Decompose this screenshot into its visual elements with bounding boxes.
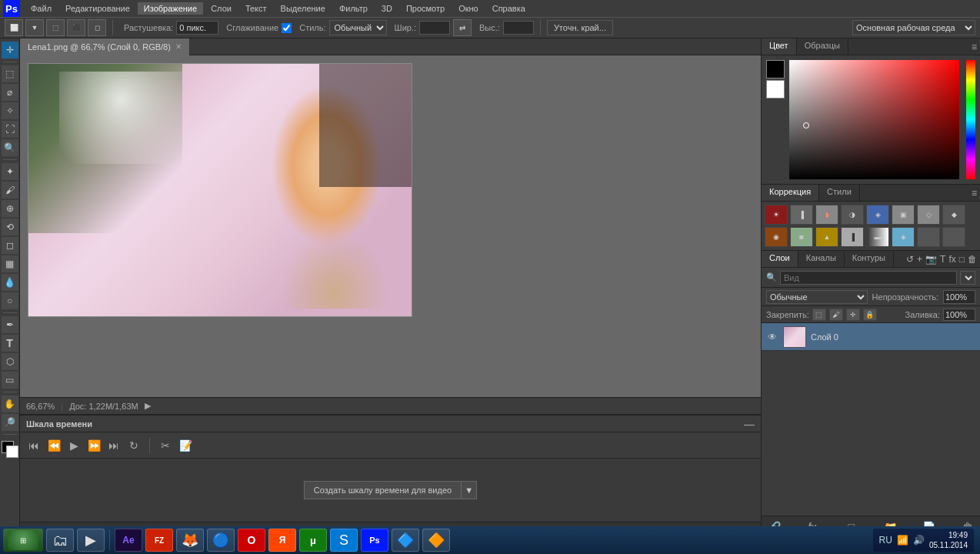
canvas-scroll[interactable] [20, 55, 761, 397]
taskbar-mediaplayer[interactable]: ▶ [77, 529, 105, 552]
text-tool-icon[interactable]: T [940, 254, 945, 265]
delete-icon[interactable]: 🗑 [968, 254, 977, 265]
tl-step-back[interactable]: ⏪ [46, 438, 62, 453]
menu-view[interactable]: Просмотр [400, 2, 451, 15]
tl-play[interactable]: ▶ [66, 438, 82, 453]
corr-levels[interactable]: ▐ [790, 205, 813, 225]
menu-image[interactable]: Изображение [138, 2, 203, 15]
background-color[interactable] [766, 80, 785, 98]
menu-edit[interactable]: Редактирование [59, 2, 136, 15]
tool-zoom[interactable]: 🔎 [2, 414, 18, 431]
menu-help[interactable]: Справка [486, 2, 532, 15]
new-layer-icon[interactable]: + [917, 254, 922, 265]
tl-split[interactable]: ✂ [158, 438, 173, 453]
tl-step-forward[interactable]: ⏩ [86, 438, 102, 453]
tab-layers[interactable]: Слои [762, 251, 798, 267]
tab-channels[interactable]: Каналы [798, 251, 845, 267]
table-row[interactable]: 👁 Слой 0 [762, 323, 980, 351]
doc-size-arrow[interactable]: ▶ [145, 401, 151, 411]
tool-path[interactable]: ⬡ [2, 353, 18, 370]
opacity-input[interactable] [943, 290, 975, 304]
corr-hue[interactable]: ▣ [892, 205, 915, 225]
tl-goto-start[interactable]: ⏮ [26, 438, 42, 453]
menu-text[interactable]: Текст [239, 2, 273, 15]
lock-all-btn[interactable]: 🔒 [863, 309, 877, 321]
corr-gradient-map[interactable]: ▬ [866, 227, 889, 247]
refine-edge-button[interactable]: Уточн. край... [547, 20, 613, 35]
height-input[interactable] [503, 21, 534, 35]
tool-marquee-option3[interactable]: ⬛ [67, 19, 85, 36]
taskbar-opera[interactable]: O [238, 529, 265, 552]
feather-input[interactable] [176, 21, 218, 35]
tool-crop[interactable]: ⛶ [2, 121, 18, 138]
fill-input[interactable] [943, 309, 975, 321]
tool-clone[interactable]: ⊕ [2, 200, 18, 217]
tool-quickselect[interactable]: ✧ [2, 102, 18, 119]
corr-item-extra1[interactable] [917, 227, 940, 247]
corr-colorbalance[interactable]: ◇ [917, 205, 940, 225]
tool-eraser[interactable]: ◻ [2, 237, 18, 254]
taskbar-app-unknown2[interactable]: 🔶 [422, 529, 450, 552]
smooth-checkbox[interactable] [282, 23, 292, 33]
tool-shape[interactable]: ▭ [2, 372, 18, 389]
layers-filter-input[interactable] [780, 271, 957, 285]
taskbar-utorrent[interactable]: μ [299, 529, 327, 552]
color-saturation-area[interactable] [789, 60, 959, 179]
corr-posterize[interactable]: ▲ [815, 227, 838, 247]
layers-kind-filter[interactable] [960, 271, 975, 285]
taskbar-skype[interactable]: S [330, 529, 358, 552]
document-tab-close[interactable]: ✕ [175, 42, 182, 51]
mask-icon[interactable]: □ [959, 254, 965, 265]
menu-filter[interactable]: Фильтр [333, 2, 374, 15]
document-tab[interactable]: Lena1.png @ 66,7% (Слой 0, RGB/8) ✕ [20, 38, 190, 55]
tool-blur[interactable]: 💧 [2, 274, 18, 291]
style-select[interactable]: Обычный [329, 20, 387, 35]
tab-color[interactable]: Цвет [762, 38, 797, 55]
corr-vibrance[interactable]: ◈ [866, 205, 889, 225]
tl-loop[interactable]: ↻ [126, 438, 142, 453]
taskbar-clock[interactable]: 19:49 05.11.2014 [929, 530, 968, 550]
start-button[interactable]: ⊞ [3, 529, 43, 552]
create-timeline-button[interactable]: Создать шкалу времени для видео [304, 481, 462, 499]
lock-pixels-btn[interactable]: ⬚ [812, 309, 826, 321]
lock-paintbrush-btn[interactable]: 🖌 [829, 309, 843, 321]
tab-correction[interactable]: Коррекция [762, 185, 819, 201]
taskbar-volume-icon[interactable]: 🔊 [913, 535, 925, 546]
corr-item-extra2[interactable] [942, 227, 965, 247]
tool-marquee-rect[interactable]: ⬜ [5, 19, 23, 36]
tool-marquee-option2[interactable]: ⬚ [46, 19, 65, 36]
taskbar-filezilla[interactable]: FZ [145, 529, 173, 552]
menu-file[interactable]: Файл [25, 2, 58, 15]
corr-mixer[interactable]: ◙ [790, 227, 813, 247]
taskbar-yandex[interactable]: Я [268, 529, 296, 552]
taskbar-aftereffects[interactable]: Ae [115, 529, 142, 552]
hue-strip[interactable] [966, 60, 975, 179]
corr-brightness[interactable]: ☀ [765, 205, 788, 225]
correction-panel-expand[interactable]: ≡ [972, 188, 977, 199]
menu-select[interactable]: Выделение [275, 2, 332, 15]
menu-window[interactable]: Окно [452, 2, 485, 15]
tool-history[interactable]: ⟲ [2, 219, 18, 235]
taskbar-app-unknown1[interactable]: 🔷 [392, 529, 419, 552]
tool-pen[interactable]: ✒ [2, 316, 18, 333]
menu-3d[interactable]: 3D [375, 2, 398, 15]
layer-visibility-toggle[interactable]: 👁 [766, 331, 778, 343]
fg-color[interactable] [2, 441, 18, 458]
taskbar-network-icon[interactable]: 📶 [897, 535, 908, 546]
taskbar-lang-icon[interactable]: RU [879, 535, 892, 546]
tab-styles[interactable]: Стили [819, 185, 860, 201]
camera-icon[interactable]: 📷 [925, 254, 937, 265]
color-panel-expand[interactable]: ≡ [972, 42, 977, 52]
corr-photofilter[interactable]: ◉ [765, 227, 788, 247]
timeline-collapse-btn[interactable]: — [744, 418, 755, 430]
corr-exposure[interactable]: ◑ [841, 205, 864, 225]
lock-move-btn[interactable]: ✛ [846, 309, 860, 321]
refresh-icon[interactable]: ↺ [906, 254, 914, 265]
tl-goto-end[interactable]: ⏭ [106, 438, 122, 453]
tool-gradient[interactable]: ▦ [2, 255, 18, 272]
tool-eyedropper[interactable]: 🔍 [2, 139, 18, 156]
tool-marquee-drop[interactable]: ▼ [25, 19, 44, 36]
tl-note[interactable]: 📝 [178, 438, 193, 453]
tool-hand[interactable]: ✋ [2, 395, 18, 412]
width-input[interactable] [419, 21, 450, 35]
